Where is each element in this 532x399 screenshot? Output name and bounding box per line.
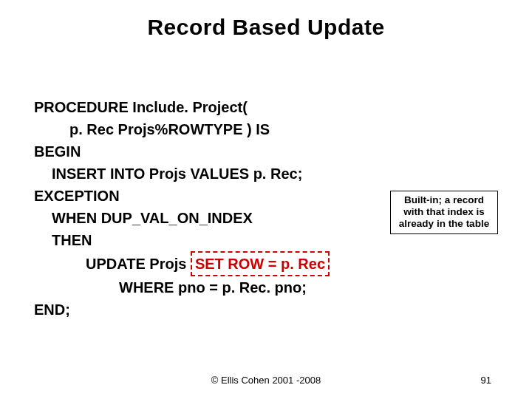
code-line-2: p. Rec Projs%ROWTYPE ) IS [34,118,492,140]
footer-copyright: © Ellis Cohen 2001 -2008 [0,375,532,386]
code-line-9: WHERE pno = p. Rec. pno; [34,276,492,299]
code-highlight-setrow: SET ROW = p. Rec [191,251,330,276]
page-number: 91 [481,375,491,386]
slide-title: Record Based Update [0,15,532,40]
code-line-4: INSERT INTO Projs VALUES p. Rec; [34,163,492,185]
callout-box: Built-in; a record with that index is al… [390,191,498,234]
code-line-3: BEGIN [34,140,492,163]
code-line-10: END; [34,299,492,321]
code-line-8: UPDATE Projs SET ROW = p. Rec [34,251,492,276]
code-text-update: UPDATE Projs [86,256,191,272]
code-line-1: PROCEDURE Include. Project( [34,96,492,118]
